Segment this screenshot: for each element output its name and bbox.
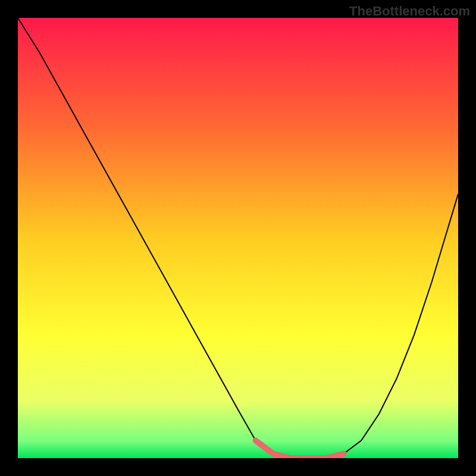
curve-line (18, 18, 458, 458)
plot-lines (18, 18, 458, 458)
highlight-line (256, 440, 344, 458)
watermark-text: TheBottleneck.com (349, 4, 470, 19)
plot-area (18, 18, 458, 458)
